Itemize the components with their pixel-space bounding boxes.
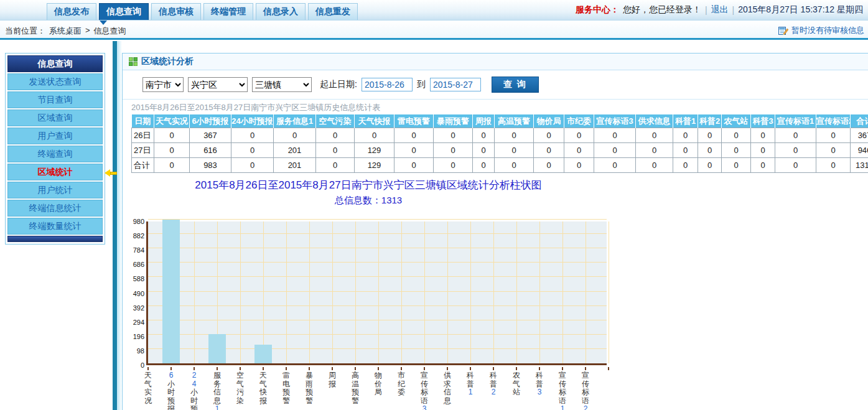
table-cell: 0 — [698, 128, 722, 143]
sidebar-item-6[interactable]: 用户统计 — [7, 182, 103, 198]
table-cell: 0 — [473, 143, 495, 158]
table-cell: 0 — [722, 128, 751, 143]
grid-icon — [129, 57, 138, 66]
col-header-12: 市纪委 — [564, 115, 594, 128]
y-tick-label: 882 — [131, 232, 144, 240]
x-tick — [170, 367, 172, 370]
date-to-input[interactable] — [430, 78, 481, 91]
search-button[interactable]: 查 询 — [492, 77, 539, 93]
table-cell: 201 — [274, 158, 316, 173]
sidebar-item-1[interactable]: 节目查询 — [7, 91, 103, 108]
date-from-input[interactable] — [362, 78, 413, 91]
sidebar: 信息查询 发送状态查询节目查询区域查询用户查询终端查询区域统计用户统计终端信息统… — [5, 53, 105, 245]
x-category-label: 科普3 — [533, 371, 546, 397]
section-titlebar: 区域统计分析 — [123, 54, 868, 70]
arrow-head — [105, 169, 110, 177]
table-cell: 0 — [434, 143, 473, 158]
y-tick-label: 294 — [131, 319, 144, 326]
sidebar-item-0[interactable]: 发送状态查询 — [7, 73, 103, 90]
table-cell: 1313 — [851, 158, 868, 173]
gridline-v — [378, 221, 379, 363]
town-select[interactable]: 三塘镇 — [252, 77, 312, 92]
sidebar-item-7[interactable]: 终端信息统计 — [7, 200, 103, 217]
table-cell: 0 — [154, 128, 190, 143]
tab-1[interactable]: 信息查询 — [99, 3, 149, 20]
table-cell: 0 — [698, 143, 722, 158]
review-notice: 暂时没有待审核信息 — [778, 25, 864, 36]
col-header-14: 供求信息 — [636, 115, 673, 128]
col-header-7: 雷电预警 — [394, 115, 434, 128]
breadcrumb-desktop[interactable]: 系统桌面 — [49, 26, 82, 37]
review-notice-text: 暂时没有待审核信息 — [791, 25, 864, 36]
table-cell: 0 — [534, 158, 564, 173]
col-header-20: 宣传标语2 — [816, 115, 851, 128]
collapse-arrow-icon[interactable] — [105, 169, 118, 177]
filter-row: 南宁市 兴宁区 三塘镇 起止日期: 到 查 询 — [123, 70, 868, 100]
table-cell: 0 — [495, 143, 534, 158]
tab-0[interactable]: 信息发布 — [47, 3, 96, 20]
col-header-5: 空气污染 — [316, 115, 355, 128]
x-tick — [470, 367, 471, 370]
table-cell: 27日 — [132, 143, 154, 158]
table-cell: 0 — [673, 158, 698, 173]
x-tick — [562, 367, 563, 370]
tab-3[interactable]: 终端管理 — [203, 3, 253, 20]
x-category-label: 24小时预报 — [187, 371, 201, 410]
col-header-2: 6小时预报 — [190, 115, 231, 128]
table-cell: 367 — [190, 128, 231, 143]
tab-2[interactable]: 信息审核 — [151, 3, 201, 20]
sidebar-item-3[interactable]: 用户查询 — [7, 128, 103, 144]
table-cell: 0 — [534, 143, 564, 158]
chart-titles: 2015年8月26日至2015年8月27日南宁市兴宁区三塘镇区域统计分析柱状图 … — [123, 178, 614, 207]
gridline-v — [539, 221, 540, 363]
gridline-v — [562, 221, 563, 363]
table-cell: 0 — [594, 128, 636, 143]
chart-plot-area — [146, 221, 607, 365]
page: 信息发布信息查询信息审核终端管理信息录入信息重发 服务中心： 您好，您已经登录！… — [0, 0, 868, 410]
tab-4[interactable]: 信息录入 — [256, 3, 306, 20]
arrow-tail — [110, 172, 117, 175]
x-category-label: 科普1 — [464, 371, 477, 397]
gridline-v — [470, 221, 471, 363]
x-category-label: 供求信息 — [441, 371, 454, 405]
x-category-label: 天气快报 — [256, 371, 270, 405]
gridline-v — [332, 221, 333, 363]
main-panel: 区域统计分析 南宁市 兴宁区 三塘镇 起止日期: 到 查 询 2015年8月26… — [122, 53, 868, 410]
table-cell: 0 — [231, 128, 274, 143]
x-tick — [424, 367, 425, 370]
city-select[interactable]: 南宁市 — [142, 77, 184, 92]
bar-服务信息1 — [208, 334, 226, 363]
sidebar-item-8[interactable]: 终端数量统计 — [7, 218, 103, 235]
x-tick — [263, 367, 264, 370]
chart-title: 2015年8月26日至2015年8月27日南宁市兴宁区三塘镇区域统计分析柱状图 — [123, 178, 614, 192]
col-header-17: 农气站 — [722, 115, 751, 128]
district-select[interactable]: 兴宁区 — [188, 77, 248, 92]
y-tick-label: 784 — [131, 246, 144, 254]
col-header-10: 高温预警 — [495, 115, 534, 128]
table-cell: 0 — [394, 143, 434, 158]
col-header-19: 宣传标语1 — [775, 115, 816, 128]
table-cell: 26日 — [132, 128, 154, 143]
sidebar-item-4[interactable]: 终端查询 — [7, 146, 103, 162]
col-header-9: 周报 — [473, 115, 495, 128]
table-caption: 2015年8月26日至2015年8月27日南宁市兴宁区三塘镇历史信息统计表 — [131, 102, 868, 113]
table-cell: 0 — [775, 158, 816, 173]
logout-link[interactable]: 退出 — [711, 4, 729, 16]
x-category-label: 6小时预报 — [164, 371, 178, 410]
table-cell: 0 — [636, 128, 673, 143]
panel-divider[interactable] — [113, 41, 117, 410]
table-cell: 367 — [851, 128, 868, 143]
breadcrumb-current: 信息查询 — [94, 26, 126, 37]
tab-5[interactable]: 信息重发 — [308, 3, 358, 20]
x-category-label: 暴雨预警 — [302, 371, 316, 405]
x-category-label: 天气实况 — [141, 371, 155, 405]
col-header-11: 物价局 — [534, 115, 564, 128]
to-label: 到 — [417, 79, 426, 90]
x-tick — [401, 367, 402, 370]
table-cell: 0 — [594, 143, 636, 158]
gridline-v — [586, 221, 586, 363]
sidebar-item-2[interactable]: 区域查询 — [7, 109, 103, 126]
sidebar-item-5[interactable]: 区域统计 — [7, 164, 103, 180]
table-cell: 0 — [816, 158, 851, 173]
table-cell: 0 — [154, 158, 190, 173]
